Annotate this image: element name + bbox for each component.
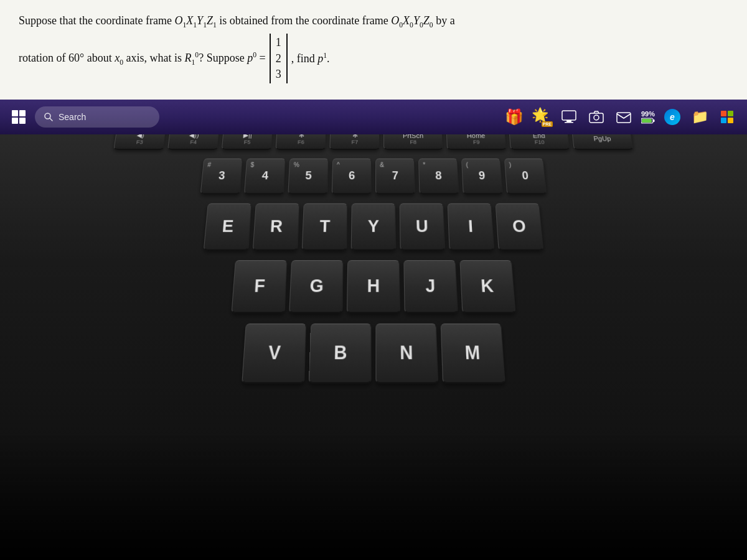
key-7[interactable]: & 7 (375, 159, 415, 195)
fn-key-row: ◀) F3 ◀)) F4 ▶|| F5 ✻ F6 ✻ F7 PrtScn F8 (0, 134, 747, 150)
svg-rect-7 (617, 113, 631, 123)
battery-percentage: 99% (641, 110, 655, 118)
key-pgup[interactable]: PgUp (571, 134, 634, 150)
key-e[interactable]: E (204, 203, 252, 251)
gift-icon: 🎁 (505, 108, 524, 126)
key-f7[interactable]: ✻ F7 (329, 134, 380, 150)
battery-icon (641, 118, 655, 124)
taskbar-app-pre[interactable]: 🌟 PRE (529, 105, 554, 129)
taskbar-app-mail[interactable] (611, 105, 636, 129)
folder-icon: 📁 (692, 109, 708, 125)
key-i[interactable]: I (448, 203, 495, 251)
search-bar[interactable]: Search (35, 106, 159, 128)
svg-rect-3 (566, 120, 571, 122)
keyboard-area: ◀) F3 ◀)) F4 ▶|| F5 ✻ F6 ✻ F7 PrtScn F8 (0, 134, 747, 560)
key-4[interactable]: $ 4 (244, 159, 286, 195)
key-r[interactable]: R (253, 203, 300, 251)
pre-badge: PRE (542, 121, 553, 127)
key-0[interactable]: ) 0 (504, 159, 547, 195)
svg-line-1 (50, 118, 52, 121)
key-o[interactable]: O (496, 203, 544, 251)
taskbar-app-edge[interactable]: e (660, 105, 685, 129)
key-6[interactable]: ^ 6 (332, 159, 372, 195)
keyboard-perspective: ◀) F3 ◀)) F4 ▶|| F5 ✻ F6 ✻ F7 PrtScn F8 (0, 134, 747, 560)
key-f8[interactable]: PrtScn F8 (383, 134, 443, 150)
key-f4[interactable]: ◀)) F4 (167, 134, 220, 150)
taskbar-battery: 99% (639, 105, 657, 129)
edge-icon: e (664, 109, 680, 125)
camera-icon (588, 109, 604, 125)
windows-button[interactable] (7, 106, 30, 128)
key-3[interactable]: # 3 (200, 159, 243, 195)
battery-display: 99% (641, 110, 655, 124)
key-8[interactable]: * 8 (418, 159, 459, 195)
key-f[interactable]: F (232, 260, 288, 314)
pre-icon: 🌟 PRE (532, 107, 552, 127)
math-line2: rotation of 60° about x0 axis, what is R… (19, 34, 728, 83)
taskbar-app-gift[interactable]: 🎁 (502, 105, 527, 129)
svg-rect-10 (653, 119, 655, 122)
asdf-row: F G H J K (0, 260, 747, 314)
key-b[interactable]: B (309, 324, 372, 384)
key-h[interactable]: H (347, 260, 400, 314)
key-5[interactable]: % 5 (288, 159, 329, 195)
mail-icon (616, 109, 632, 125)
matrix-vector: 1 2 3 (270, 34, 288, 83)
key-y[interactable]: Y (351, 203, 397, 251)
key-f5[interactable]: ▶|| F5 (222, 134, 273, 150)
number-key-row: # 3 $ 4 % 5 ^ 6 & 7 * 8 (0, 159, 747, 195)
taskbar-app-folder[interactable]: 📁 (687, 105, 712, 129)
key-k[interactable]: K (459, 260, 515, 314)
key-f3[interactable]: ◀) F3 (113, 134, 166, 150)
key-u[interactable]: U (400, 203, 446, 251)
key-n[interactable]: N (375, 324, 438, 384)
taskbar-app-grid[interactable] (715, 105, 740, 129)
key-j[interactable]: J (403, 260, 458, 314)
key-f9[interactable]: Home F9 (446, 134, 507, 150)
taskbar: Search 🎁 🌟 PRE (0, 100, 747, 134)
math-content: Suppose that the coordinate frame O1X1Y1… (0, 0, 747, 100)
key-g[interactable]: G (289, 260, 343, 314)
key-f6[interactable]: ✻ F6 (276, 134, 327, 150)
key-m[interactable]: M (441, 324, 505, 384)
zxcv-row: V B N M (0, 324, 747, 384)
math-line1: Suppose that the coordinate frame O1X1Y1… (19, 11, 728, 31)
svg-rect-2 (562, 111, 576, 120)
key-9[interactable]: ( 9 (461, 159, 503, 195)
search-label: Search (59, 112, 86, 122)
monitor-icon (561, 109, 577, 125)
key-v[interactable]: V (242, 324, 306, 384)
key-f10[interactable]: End F10 (509, 134, 570, 150)
windows-icon (12, 110, 26, 124)
key-t[interactable]: T (302, 203, 348, 251)
svg-rect-9 (642, 119, 652, 123)
taskbar-app-monitor[interactable] (557, 105, 581, 129)
grid-icon (721, 111, 733, 123)
svg-rect-4 (565, 122, 573, 123)
taskbar-apps: 🎁 🌟 PRE (502, 105, 740, 129)
qwerty-row: E R T Y U I O (0, 203, 747, 251)
taskbar-app-camera[interactable] (584, 105, 609, 129)
search-icon (44, 112, 54, 122)
svg-point-6 (594, 115, 599, 120)
